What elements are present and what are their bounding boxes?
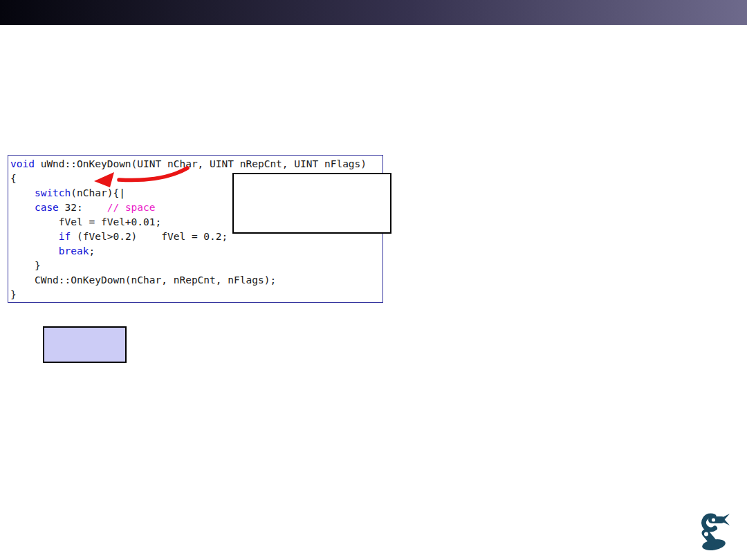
code-segment-comment: // space <box>107 202 156 213</box>
code-segment-keyword: switch <box>35 187 71 198</box>
robot-arm-logo-icon <box>693 512 732 553</box>
slide-header-gradient-bar <box>0 0 747 25</box>
code-segment-plain: ; <box>89 245 95 256</box>
code-segment-plain: (fVel>0.2) fVel = 0.2; <box>71 231 228 242</box>
code-segment-plain <box>10 187 35 198</box>
code-segment-plain: } <box>10 289 17 300</box>
code-segment-keyword: void <box>10 158 35 169</box>
code-segment-plain: CWnd::OnKeyDown(nChar, nRepCnt, nFlags); <box>10 274 276 286</box>
code-segment-cursor: | <box>119 187 125 198</box>
presentation-slide: void uWnd::OnKeyDown(UINT nChar, UINT nR… <box>0 0 747 560</box>
code-line: CWnd::OnKeyDown(nChar, nRepCnt, nFlags); <box>10 273 382 288</box>
code-segment-keyword: if <box>59 231 71 242</box>
code-segment-plain: (nChar){ <box>71 187 119 198</box>
code-segment-plain: 32: <box>59 202 107 213</box>
code-segment-plain: fVel = fVel+0.01; <box>10 216 161 227</box>
code-segment-keyword: break <box>59 245 89 256</box>
code-segment-plain: } <box>10 260 41 271</box>
code-line: } <box>10 288 382 302</box>
code-segment-keyword: case <box>35 202 59 213</box>
empty-callout-box <box>232 173 391 234</box>
code-segment-plain: { <box>10 173 17 184</box>
code-segment-plain: uWnd::OnKeyDown(UINT nChar, UINT nRepCnt… <box>35 158 367 169</box>
code-segment-plain <box>10 245 59 256</box>
code-line: break; <box>10 244 382 259</box>
code-segment-plain <box>10 202 35 213</box>
code-segment-plain <box>10 231 59 242</box>
lavender-highlight-box <box>43 326 127 363</box>
code-line: } <box>10 259 382 273</box>
code-line: void uWnd::OnKeyDown(UINT nChar, UINT nR… <box>10 157 382 171</box>
